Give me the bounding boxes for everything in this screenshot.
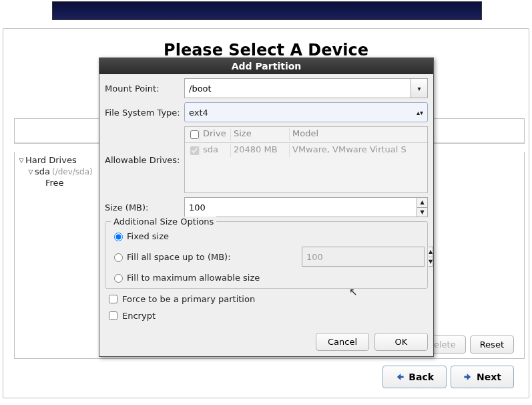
- size-input[interactable]: [184, 197, 417, 217]
- spin-up-icon[interactable]: ▲: [417, 197, 428, 207]
- drive-row[interactable]: sda 20480 MB VMware, VMware Virtual S: [185, 143, 427, 158]
- tree-twisty-icon[interactable]: ▽: [17, 157, 25, 164]
- drive-row-size: 20480 MB: [230, 144, 289, 157]
- reset-button[interactable]: Reset: [470, 335, 514, 354]
- spin-down-icon: ▼: [429, 257, 433, 267]
- fs-type-label: File System Type:: [105, 108, 184, 118]
- drives-header-size: Size: [230, 128, 289, 141]
- radio-fixed-size[interactable]: Fixed size: [111, 231, 422, 241]
- force-primary-row[interactable]: Force to be a primary partition: [106, 293, 428, 305]
- size-label: Size (MB):: [105, 202, 184, 213]
- size-spinbox[interactable]: ▲ ▼: [184, 197, 428, 217]
- fs-type-value: ext4: [189, 108, 208, 118]
- drives-header-drive: Drive: [200, 128, 230, 141]
- allowable-drives-label: Allowable Drives:: [105, 155, 184, 165]
- back-button[interactable]: Back: [382, 366, 447, 388]
- arrow-right-icon: [463, 372, 473, 382]
- installer-header-bar: [52, 1, 482, 20]
- select-stepper-icon: ▴▾: [417, 109, 423, 116]
- force-primary-checkbox[interactable]: [109, 295, 117, 303]
- mount-point-label: Mount Point:: [105, 84, 184, 94]
- fill-up-to-input: [302, 247, 425, 267]
- mount-point-combo[interactable]: ▾: [184, 78, 428, 98]
- drives-select-all-checkbox[interactable]: [190, 130, 199, 139]
- radio-fill-up-to-label: Fill all space up to (MB):: [127, 252, 231, 262]
- mount-point-dropdown-button[interactable]: ▾: [411, 78, 428, 98]
- fill-up-to-spinbox: ▲ ▼: [302, 247, 422, 267]
- radio-fill-up-to[interactable]: Fill all space up to (MB): ▲ ▼: [111, 247, 422, 267]
- drive-row-checkbox[interactable]: [190, 146, 199, 155]
- radio-fixed-size-label: Fixed size: [127, 231, 169, 241]
- mount-point-input[interactable]: [184, 78, 411, 98]
- drives-header-model: Model: [289, 128, 425, 141]
- encrypt-checkbox[interactable]: [109, 311, 117, 320]
- spin-up-icon: ▲: [429, 247, 433, 257]
- spin-down-icon[interactable]: ▼: [417, 207, 428, 218]
- radio-fill-up-to-input[interactable]: [114, 253, 123, 262]
- dialog-title: Add Partition: [99, 58, 433, 74]
- ok-button[interactable]: OK: [374, 333, 428, 351]
- next-button[interactable]: Next: [451, 366, 514, 388]
- drives-header-row: Drive Size Model: [185, 127, 427, 143]
- additional-size-options: Additional Size Options Fixed size Fill …: [105, 221, 428, 289]
- page-title: Please Select A Device: [3, 41, 529, 59]
- tree-device-path: (/dev/sda): [52, 167, 93, 176]
- radio-fill-max-input[interactable]: [114, 274, 123, 283]
- cancel-button[interactable]: Cancel: [316, 333, 369, 351]
- back-button-label: Back: [409, 372, 434, 382]
- additional-size-legend: Additional Size Options: [111, 217, 216, 227]
- add-partition-dialog: Add Partition Mount Point: ▾ File System…: [99, 57, 434, 357]
- tree-label: sda: [35, 166, 50, 176]
- tree-label: Hard Drives: [25, 155, 77, 165]
- drive-row-model: VMware, VMware Virtual S: [289, 144, 425, 157]
- radio-fill-max-label: Fill to maximum allowable size: [127, 273, 260, 283]
- encrypt-row[interactable]: Encrypt: [106, 309, 428, 322]
- dialog-buttons: Cancel OK: [99, 327, 433, 356]
- fs-type-select[interactable]: ext4 ▴▾: [184, 102, 428, 122]
- radio-fill-max[interactable]: Fill to maximum allowable size: [111, 272, 422, 283]
- wizard-nav: Back Next: [382, 366, 514, 388]
- allowable-drives-list[interactable]: Drive Size Model sda 20480 MB VMware, VM…: [184, 126, 428, 193]
- radio-fixed-size-input[interactable]: [114, 233, 123, 241]
- drive-row-name: sda: [200, 144, 230, 157]
- next-button-label: Next: [477, 372, 501, 382]
- tree-twisty-icon[interactable]: ▽: [27, 168, 35, 175]
- encrypt-label: Encrypt: [122, 311, 156, 321]
- chevron-down-icon: ▾: [417, 85, 421, 92]
- arrow-left-icon: [395, 372, 405, 382]
- force-primary-label: Force to be a primary partition: [122, 294, 255, 304]
- tree-label: Free: [45, 178, 64, 188]
